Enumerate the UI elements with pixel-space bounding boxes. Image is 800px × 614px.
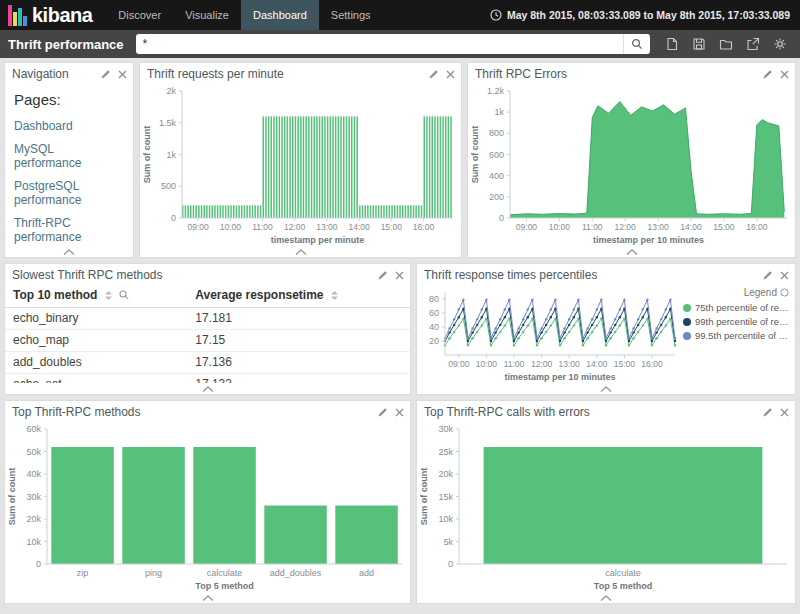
nav-link-thrift-rpc[interactable]: Thrift-RPC performance (14, 216, 124, 244)
top-errors-chart[interactable]: 05k10k15k20k25k30kcalculateTop 5 methodS… (417, 421, 795, 592)
legend-dot (683, 304, 691, 312)
dashboard-toolbar: Thrift performance (0, 30, 800, 58)
clock-icon (490, 9, 502, 21)
load-dashboard-button[interactable] (719, 37, 733, 51)
save-dashboard-button[interactable] (692, 37, 706, 51)
edit-panel-button[interactable] (763, 407, 773, 417)
legend-item-99th[interactable]: 99th percentile of resp... (683, 316, 789, 327)
edit-panel-button[interactable] (763, 69, 773, 79)
collapse-panel-button[interactable] (590, 595, 622, 601)
method-cell: echo_map (5, 330, 187, 352)
remove-panel-button[interactable] (780, 271, 789, 280)
responsetime-cell: 17.181 (187, 308, 410, 330)
svg-text:timestamp per 10 minutes: timestamp per 10 minutes (504, 372, 615, 382)
legend-toggle[interactable]: Legend (683, 287, 789, 298)
nav-tab-visualize[interactable]: Visualize (173, 0, 241, 30)
remove-panel-button[interactable] (395, 271, 404, 280)
svg-text:Top 5 method: Top 5 method (594, 581, 652, 591)
svg-text:40: 40 (429, 322, 439, 332)
svg-text:25k: 25k (438, 447, 453, 457)
pencil-icon (378, 270, 388, 280)
options-button[interactable] (773, 37, 787, 51)
svg-text:0: 0 (448, 559, 453, 569)
top-methods-chart[interactable]: 010k20k30k40k50k60kzippingcalculateadd_d… (5, 421, 410, 592)
share-dashboard-button[interactable] (746, 37, 760, 51)
gear-icon (773, 37, 787, 51)
panel-thrift-requests: Thrift requests per minute 05001k1.5k2k0… (139, 62, 462, 258)
panel-navigation: Navigation Pages: Dashboard MySQL perfor… (4, 62, 134, 258)
table-row: echo_set 17.133 (5, 374, 410, 384)
panel-title: Top Thrift-RPC methods (12, 405, 141, 419)
response-percentiles-chart[interactable]: 2040608009:0010:0011:0012:0013:0014:0015… (417, 284, 683, 383)
column-header-responsetime[interactable]: Average responsetime (187, 284, 410, 308)
svg-text:0: 0 (499, 213, 504, 223)
nav-tab-discover[interactable]: Discover (106, 0, 173, 30)
svg-text:5k: 5k (443, 537, 453, 547)
legend-item-75th[interactable]: 75th percentile of resp... (683, 302, 789, 313)
column-label: Average responsetime (195, 288, 323, 302)
close-icon (780, 271, 789, 280)
close-icon (780, 408, 789, 417)
remove-panel-button[interactable] (780, 70, 789, 79)
svg-text:calculate: calculate (207, 568, 243, 578)
collapse-panel-button[interactable] (192, 386, 224, 392)
svg-text:0: 0 (36, 559, 41, 569)
svg-text:30k: 30k (26, 492, 41, 502)
svg-text:09:00: 09:00 (516, 222, 538, 232)
table-row: echo_binary 17.181 (5, 308, 410, 330)
collapse-panel-button[interactable] (192, 595, 224, 601)
panel-title: Thrift response times percentiles (424, 268, 597, 282)
remove-panel-button[interactable] (780, 408, 789, 417)
kibana-logo[interactable]: kibana (0, 0, 106, 30)
nav-tab-settings[interactable]: Settings (319, 0, 383, 30)
svg-text:1k: 1k (166, 150, 176, 160)
top-navbar: kibana Discover Visualize Dashboard Sett… (0, 0, 800, 30)
query-bar (136, 34, 650, 54)
search-button[interactable] (623, 34, 650, 54)
collapse-panel-button[interactable] (590, 386, 622, 392)
svg-text:15k: 15k (438, 492, 453, 502)
new-dashboard-button[interactable] (665, 37, 679, 51)
chevron-up-icon (295, 249, 307, 255)
pencil-icon (378, 407, 388, 417)
nav-link-dashboard[interactable]: Dashboard (14, 119, 124, 133)
svg-text:20k: 20k (438, 469, 453, 479)
close-icon (780, 70, 789, 79)
collapse-panel-button[interactable] (53, 249, 85, 255)
edit-panel-button[interactable] (101, 69, 111, 79)
pages-heading: Pages: (14, 91, 124, 108)
chevron-up-icon (63, 249, 75, 255)
nav-link-mysql[interactable]: MySQL performance (14, 142, 124, 170)
edit-panel-button[interactable] (378, 270, 388, 280)
time-range-picker[interactable]: May 8th 2015, 08:03:33.089 to May 8th 20… (490, 9, 800, 21)
remove-panel-button[interactable] (446, 70, 455, 79)
svg-text:zip: zip (77, 568, 89, 578)
close-icon (395, 271, 404, 280)
chevron-up-icon (202, 595, 214, 601)
panel-title: Thrift requests per minute (147, 67, 284, 81)
legend-item-99-5th[interactable]: 99.5th percentile of re... (683, 330, 789, 341)
save-icon (692, 37, 706, 51)
remove-panel-button[interactable] (118, 70, 127, 79)
remove-panel-button[interactable] (395, 408, 404, 417)
svg-text:12:00: 12:00 (531, 359, 553, 369)
query-input[interactable] (136, 34, 623, 54)
nav-link-postgresql[interactable]: PostgreSQL performance (14, 179, 124, 207)
edit-panel-button[interactable] (378, 407, 388, 417)
svg-text:12:00: 12:00 (284, 222, 306, 232)
nav-tab-dashboard[interactable]: Dashboard (241, 0, 319, 30)
thrift-rpc-errors-chart[interactable]: 02004006008001k1.2k09:0010:0011:0012:001… (468, 83, 795, 246)
svg-text:Sum of count: Sum of count (7, 468, 17, 526)
collapse-panel-button[interactable] (285, 249, 317, 255)
pencil-icon (101, 69, 111, 79)
filter-search-icon[interactable] (119, 289, 129, 303)
thrift-requests-chart[interactable]: 05001k1.5k2k09:0010:0011:0012:0013:0014:… (140, 83, 461, 246)
svg-text:15:00: 15:00 (381, 222, 403, 232)
column-header-method[interactable]: Top 10 method (5, 284, 187, 308)
edit-panel-button[interactable] (429, 69, 439, 79)
panel-thrift-rpc-errors: Thrift RPC Errors 02004006008001k1.2k09:… (467, 62, 796, 258)
svg-text:12:00: 12:00 (615, 222, 637, 232)
collapse-panel-button[interactable] (616, 249, 648, 255)
method-cell: echo_set (5, 374, 187, 384)
edit-panel-button[interactable] (763, 270, 773, 280)
